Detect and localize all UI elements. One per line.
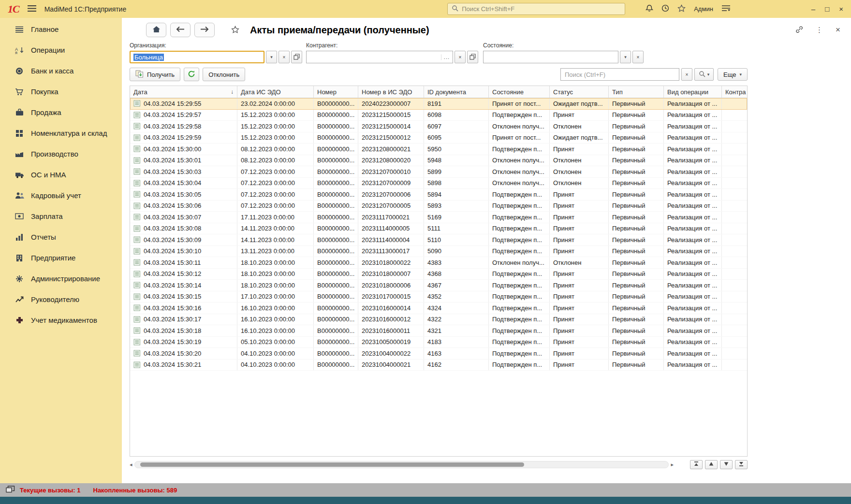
- column-header-5[interactable]: ID документа: [424, 86, 489, 98]
- table-row[interactable]: 04.03.2024 15:30:0717.11.2023 0:00:00В00…: [130, 212, 747, 223]
- table-row[interactable]: 04.03.2024 15:30:1118.10.2023 0:00:00В00…: [130, 257, 747, 269]
- table-row[interactable]: 04.03.2024 15:30:0307.12.2023 0:00:00В00…: [130, 166, 747, 178]
- table-row[interactable]: 04.03.2024 15:30:1517.10.2023 0:00:00В00…: [130, 291, 747, 303]
- table-row[interactable]: 04.03.2024 15:30:1716.10.2023 0:00:00В00…: [130, 314, 747, 326]
- table-row[interactable]: 04.03.2024 15:30:1816.10.2023 0:00:00В00…: [130, 325, 747, 337]
- go-top-button[interactable]: [690, 460, 703, 469]
- receive-button[interactable]: Получить: [130, 68, 180, 81]
- list-search-input[interactable]: Поиск (Ctrl+F): [560, 68, 679, 81]
- column-header-6[interactable]: Состояние: [489, 86, 550, 98]
- sidebar-item-uchet-medikamentov[interactable]: Учет медикаментов: [0, 310, 122, 331]
- scroll-right-icon[interactable]: ▸: [671, 462, 674, 467]
- table-row[interactable]: 04.03.2024 15:29:5815.12.2023 0:00:00В00…: [130, 121, 747, 132]
- document-icon: [133, 236, 141, 243]
- contragent-clear-button[interactable]: ×: [455, 51, 466, 63]
- get-link-button[interactable]: [795, 26, 803, 35]
- organization-dropdown-button[interactable]: ▾: [266, 51, 277, 63]
- sidebar-item-otchety[interactable]: Отчеты: [0, 227, 122, 247]
- notifications-button[interactable]: [646, 4, 653, 14]
- trend-icon: [15, 296, 24, 303]
- column-header-3[interactable]: Номер: [314, 86, 358, 98]
- back-button[interactable]: [170, 23, 191, 37]
- sidebar-item-administrirovanie[interactable]: Администрирование: [0, 268, 122, 289]
- favorites-button[interactable]: [677, 4, 686, 14]
- sidebar-item-bank-i-kassa[interactable]: Банк и касса: [0, 60, 122, 81]
- column-header-10[interactable]: Контра: [722, 86, 748, 98]
- contragent-label: Контрагент:: [306, 42, 478, 49]
- sidebar-item-pokupka[interactable]: Покупка: [0, 81, 122, 102]
- list-search-clear-button[interactable]: ×: [681, 68, 692, 81]
- maximize-button[interactable]: □: [825, 5, 829, 13]
- table-cell: [722, 178, 747, 189]
- contragent-field[interactable]: ...: [306, 51, 453, 63]
- table-row[interactable]: 04.03.2024 15:30:1616.10.2023 0:00:00В00…: [130, 302, 747, 314]
- column-header-1[interactable]: Дата↓: [130, 86, 237, 98]
- sidebar-item-kadrovyj-uchet[interactable]: Кадровый учет: [0, 185, 122, 206]
- refresh-button[interactable]: [184, 68, 199, 81]
- column-header-2[interactable]: Дата ИС ЭДО: [237, 86, 314, 98]
- table-row[interactable]: 04.03.2024 15:30:1905.10.2023 0:00:00В00…: [130, 337, 747, 348]
- column-header-4[interactable]: Номер в ИС ЭДО: [358, 86, 424, 98]
- table-row[interactable]: 04.03.2024 15:30:2104.10.2023 0:00:00В00…: [130, 360, 747, 371]
- global-search-input[interactable]: Поиск Ctrl+Shift+F: [447, 3, 625, 15]
- column-header-8[interactable]: Тип: [609, 86, 664, 98]
- list-search-button[interactable]: ▾: [694, 68, 714, 81]
- forward-button[interactable]: [194, 23, 215, 37]
- status-windows-icon[interactable]: [6, 486, 15, 494]
- table-row[interactable]: 04.03.2024 15:30:0814.11.2023 0:00:00В00…: [130, 223, 747, 235]
- home-button[interactable]: [146, 23, 166, 37]
- go-down-button[interactable]: [720, 460, 733, 469]
- table-cell: 4367: [424, 280, 489, 291]
- scrollbar-thumb[interactable]: [140, 462, 525, 467]
- contragent-choose-button[interactable]: ...: [441, 55, 450, 60]
- history-button[interactable]: [661, 4, 669, 14]
- scroll-left-icon[interactable]: ◂: [130, 462, 132, 467]
- minimize-button[interactable]: –: [811, 5, 815, 13]
- table-row[interactable]: 04.03.2024 15:29:5715.12.2023 0:00:00В00…: [130, 110, 747, 121]
- table-row[interactable]: 04.03.2024 15:29:5523.02.2024 0:00:00В00…: [130, 98, 747, 110]
- sidebar-item-prodazha[interactable]: Продажа: [0, 102, 122, 123]
- table-cell: 04.03.2024 15:30:03: [130, 166, 237, 177]
- close-form-button[interactable]: ×: [836, 25, 840, 35]
- user-name[interactable]: Админ: [694, 5, 713, 13]
- organization-open-button[interactable]: [291, 51, 302, 63]
- state-field[interactable]: [483, 51, 618, 63]
- table-row[interactable]: 04.03.2024 15:30:0407.12.2023 0:00:00В00…: [130, 178, 747, 189]
- scrollbar-track[interactable]: [134, 461, 669, 468]
- close-window-button[interactable]: ×: [839, 5, 843, 13]
- add-favorite-button[interactable]: [231, 26, 239, 35]
- sidebar-item-rukovoditelyu[interactable]: Руководителю: [0, 289, 122, 310]
- more-actions-button[interactable]: ⋮: [816, 26, 823, 34]
- contragent-open-button[interactable]: [467, 51, 478, 63]
- organization-clear-button[interactable]: ×: [279, 51, 290, 63]
- more-button[interactable]: Еще ▾: [718, 68, 748, 81]
- sidebar-item-predpriyatie[interactable]: Предприятие: [0, 247, 122, 268]
- go-up-button[interactable]: [705, 460, 718, 469]
- table-row[interactable]: 04.03.2024 15:30:0607.12.2023 0:00:00В00…: [130, 201, 747, 212]
- table-row[interactable]: 04.03.2024 15:30:2004.10.2023 0:00:00В00…: [130, 348, 747, 360]
- table-row[interactable]: 04.03.2024 15:30:1218.10.2023 0:00:00В00…: [130, 269, 747, 280]
- decline-button[interactable]: Отклонить: [203, 68, 245, 81]
- table-row[interactable]: 04.03.2024 15:30:1418.10.2023 0:00:00В00…: [130, 280, 747, 291]
- sidebar-item-os-i-nma[interactable]: ОС и НМА: [0, 164, 122, 185]
- go-bottom-button[interactable]: [735, 460, 748, 469]
- table-row[interactable]: 04.03.2024 15:30:0914.11.2023 0:00:00В00…: [130, 234, 747, 246]
- sidebar-item-glavnoe[interactable]: Главное: [0, 19, 122, 40]
- column-header-7[interactable]: Статус: [550, 86, 609, 98]
- table-row[interactable]: 04.03.2024 15:30:0507.12.2023 0:00:00В00…: [130, 189, 747, 201]
- table-row[interactable]: 04.03.2024 15:30:1013.11.2023 0:00:00В00…: [130, 246, 747, 258]
- horizontal-scrollbar[interactable]: ◂ ▸: [130, 461, 674, 468]
- sidebar-item-operacii[interactable]: АяОперации: [0, 40, 122, 60]
- table-row[interactable]: 04.03.2024 15:29:5915.12.2023 0:00:00В00…: [130, 132, 747, 144]
- state-dropdown-button[interactable]: ▾: [620, 51, 631, 63]
- table-row[interactable]: 04.03.2024 15:30:0008.12.2023 0:00:00В00…: [130, 144, 747, 155]
- service-menu-button[interactable]: [721, 5, 731, 13]
- table-row[interactable]: 04.03.2024 15:30:0108.12.2023 0:00:00В00…: [130, 155, 747, 167]
- state-clear-button[interactable]: ×: [632, 51, 644, 63]
- main-menu-button[interactable]: [27, 5, 37, 14]
- sidebar-item-nomenklatura-i-sklad[interactable]: Номенклатура и склад: [0, 123, 122, 144]
- column-header-9[interactable]: Вид операции: [664, 86, 722, 98]
- sidebar-item-proizvodstvo[interactable]: Производство: [0, 144, 122, 164]
- organization-field[interactable]: Больница: [130, 51, 264, 63]
- sidebar-item-zarplata[interactable]: Зарплата: [0, 206, 122, 227]
